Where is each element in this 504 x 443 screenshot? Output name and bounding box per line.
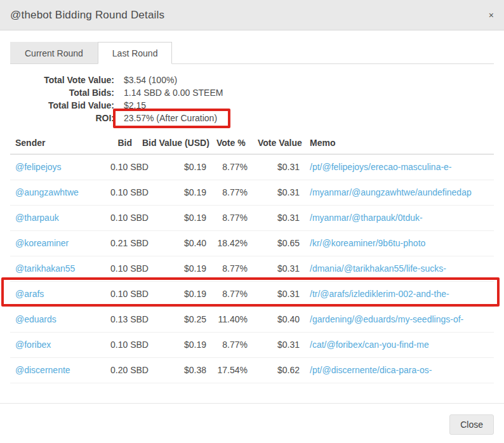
vote-pct-cell: 11.40% xyxy=(211,307,253,333)
summary-row-total-bid-value: Total Bid Value: $2.15 xyxy=(10,99,494,112)
modal-body: Current Round Last Round Total Vote Valu… xyxy=(0,30,504,383)
table-row: @felipejoys0.10 SBD$0.198.77%$0.31/pt/@f… xyxy=(10,154,494,180)
memo-link-cell: /gardening/@eduards/my-seedlings-of- xyxy=(305,307,494,333)
close-button[interactable]: Close xyxy=(449,414,494,435)
column-header-memo: Memo xyxy=(305,135,494,154)
vote-pct-cell: 17.54% xyxy=(211,358,253,383)
tab-current-round[interactable]: Current Round xyxy=(10,42,98,63)
memo-link[interactable]: /dmania/@tarikhakan55/life-sucks- xyxy=(310,263,446,274)
bid-cell: 0.21 SBD xyxy=(105,231,137,256)
sender-link[interactable]: @discernente xyxy=(15,365,70,375)
sender-link[interactable]: @eduards xyxy=(15,314,56,324)
vote-pct-cell: 8.77% xyxy=(211,333,253,358)
sender-link-cell: @tharpauk xyxy=(10,206,105,231)
sender-link-cell: @tarikhakan55 xyxy=(10,256,105,282)
column-header-bid-value: Bid Value (USD) xyxy=(137,135,211,154)
sender-link-cell: @discernente xyxy=(10,358,105,383)
memo-link[interactable]: /cat/@foribex/can-you-find-me xyxy=(310,340,429,350)
round-summary: Total Vote Value: $3.54 (100%) Total Bid… xyxy=(10,74,494,124)
memo-link[interactable]: /pt/@felipejoys/erecao-masculina-e- xyxy=(310,162,452,172)
sender-link[interactable]: @aungzawhtwe xyxy=(15,187,79,197)
sender-link-cell: @foribex xyxy=(10,333,105,358)
modal-header: @thebot Bidding Round Details × xyxy=(0,0,504,30)
vote-value-cell: $0.62 xyxy=(253,358,305,383)
vote-pct-cell: 8.77% xyxy=(211,206,253,231)
summary-label: ROI: xyxy=(10,113,114,123)
bid-cell: 0.13 SBD xyxy=(105,307,137,333)
tab-last-round[interactable]: Last Round xyxy=(98,42,173,64)
sender-link-cell: @felipejoys xyxy=(10,154,105,180)
vote-value-cell: $0.31 xyxy=(253,154,305,180)
table-row: @discernente0.20 SBD$0.3817.54%$0.62/pt/… xyxy=(10,358,494,383)
vote-pct-cell: 8.77% xyxy=(211,256,253,282)
sender-link-cell: @eduards xyxy=(10,307,105,333)
bid-cell: 0.10 SBD xyxy=(105,180,137,206)
vote-value-cell: $0.31 xyxy=(253,206,305,231)
column-header-vote-value: Vote Value xyxy=(253,135,305,154)
memo-link-cell: /myanmar/@tharpauk/0tduk- xyxy=(305,206,494,231)
tab-bar: Current Round Last Round xyxy=(10,42,494,64)
memo-link-cell: /pt/@discernente/dica-para-os- xyxy=(305,358,494,383)
sender-link[interactable]: @tharpauk xyxy=(15,213,59,223)
table-row: @koreaminer0.21 SBD$0.4018.42%$0.65/kr/@… xyxy=(10,231,494,256)
bid-cell: 0.10 SBD xyxy=(105,282,137,307)
vote-value-cell: $0.31 xyxy=(253,282,305,307)
sender-link[interactable]: @tarikhakan55 xyxy=(15,263,75,274)
summary-value: $3.54 (100%) xyxy=(114,75,177,85)
sender-link-cell: @koreaminer xyxy=(10,231,105,256)
column-header-sender: Sender xyxy=(10,135,105,154)
roi-value: 23.57% (After Curation) xyxy=(114,113,217,123)
memo-link-cell: /pt/@felipejoys/erecao-masculina-e- xyxy=(305,154,494,180)
memo-link[interactable]: /tr/@arafs/izlediklerim-002-and-the- xyxy=(310,289,449,299)
vote-value-cell: $0.31 xyxy=(253,256,305,282)
vote-pct-cell: 18.42% xyxy=(211,231,253,256)
memo-link[interactable]: /myanmar/@tharpauk/0tduk- xyxy=(310,213,423,223)
memo-link-cell: /cat/@foribex/can-you-find-me xyxy=(305,333,494,358)
sender-link[interactable]: @felipejoys xyxy=(15,162,62,172)
vote-value-cell: $0.31 xyxy=(253,180,305,206)
memo-link[interactable]: /gardening/@eduards/my-seedlings-of- xyxy=(310,314,463,324)
sender-link[interactable]: @foribex xyxy=(15,340,51,350)
table-row: @arafs0.10 SBD$0.198.77%$0.31/tr/@arafs/… xyxy=(10,282,494,307)
bid-cell: 0.10 SBD xyxy=(105,256,137,282)
column-header-bid: Bid xyxy=(105,135,137,154)
close-icon[interactable]: × xyxy=(489,11,494,20)
table-header-row: Sender Bid Bid Value (USD) Vote % Vote V… xyxy=(10,135,494,154)
summary-label: Total Bid Value: xyxy=(10,100,114,110)
sender-link-cell: @arafs xyxy=(10,282,105,307)
sender-link-cell: @aungzawhtwe xyxy=(10,180,105,206)
summary-row-total-bids: Total Bids: 1.14 SBD & 0.00 STEEM xyxy=(10,86,494,99)
sender-link[interactable]: @arafs xyxy=(15,289,44,299)
vote-pct-cell: 8.77% xyxy=(211,154,253,180)
vote-pct-cell: 8.77% xyxy=(211,282,253,307)
bid-cell: 0.20 SBD xyxy=(105,358,137,383)
memo-link[interactable]: /pt/@discernente/dica-para-os- xyxy=(310,365,432,375)
modal-footer: Close xyxy=(0,403,504,443)
vote-value-cell: $0.31 xyxy=(253,333,305,358)
memo-link[interactable]: /myanmar/@aungzawhtwe/aundefinedap xyxy=(310,187,472,197)
memo-link-cell: /myanmar/@aungzawhtwe/aundefinedap xyxy=(305,180,494,206)
bids-table: Sender Bid Bid Value (USD) Vote % Vote V… xyxy=(10,135,494,383)
summary-value: $2.15 xyxy=(114,100,146,110)
modal-title: @thebot Bidding Round Details xyxy=(10,9,164,22)
table-row: @aungzawhtwe0.10 SBD$0.198.77%$0.31/myan… xyxy=(10,180,494,206)
column-header-vote-pct: Vote % xyxy=(211,135,253,154)
table-row: @eduards0.13 SBD$0.2511.40%$0.40/gardeni… xyxy=(10,307,494,333)
vote-pct-cell: 8.77% xyxy=(211,180,253,206)
summary-label: Total Vote Value: xyxy=(10,75,114,85)
sender-link[interactable]: @koreaminer xyxy=(15,238,69,248)
bid-cell: 0.10 SBD xyxy=(105,333,137,358)
memo-link[interactable]: /kr/@koreaminer/9b6tu-photo xyxy=(310,238,425,248)
memo-link-cell: /tr/@arafs/izlediklerim-002-and-the- xyxy=(305,282,494,307)
summary-label: Total Bids: xyxy=(10,88,114,98)
bid-cell: 0.10 SBD xyxy=(105,206,137,231)
summary-value: 1.14 SBD & 0.00 STEEM xyxy=(114,88,223,98)
vote-value-cell: $0.65 xyxy=(253,231,305,256)
summary-row-total-vote-value: Total Vote Value: $3.54 (100%) xyxy=(10,74,494,86)
table-row: @foribex0.10 SBD$0.198.77%$0.31/cat/@for… xyxy=(10,333,494,358)
table-row: @tharpauk0.10 SBD$0.198.77%$0.31/myanmar… xyxy=(10,206,494,231)
vote-value-cell: $0.40 xyxy=(253,307,305,333)
memo-link-cell: /kr/@koreaminer/9b6tu-photo xyxy=(305,231,494,256)
memo-link-cell: /dmania/@tarikhakan55/life-sucks- xyxy=(305,256,494,282)
summary-row-roi: ROI: 23.57% (After Curation) xyxy=(10,112,494,124)
